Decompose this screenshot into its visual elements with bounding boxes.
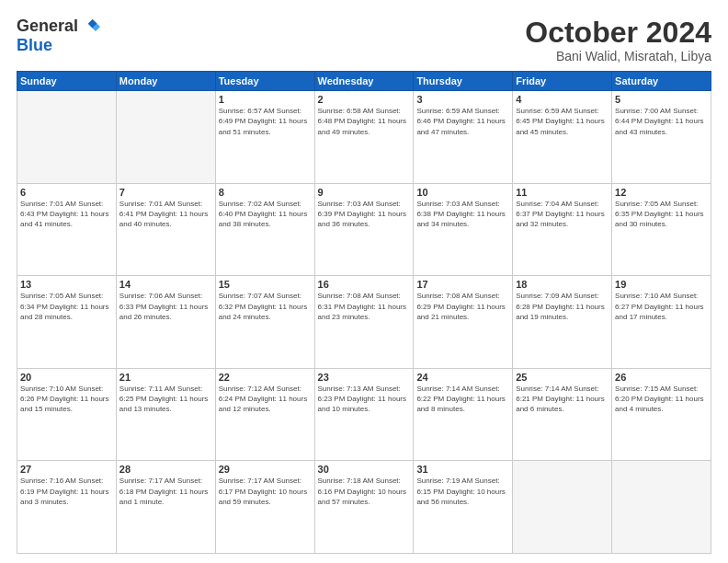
table-row: 9Sunrise: 7:03 AM Sunset: 6:39 PM Daylig… — [314, 183, 414, 276]
day-info: Sunrise: 7:10 AM Sunset: 6:27 PM Dayligh… — [615, 291, 708, 322]
table-row: 3Sunrise: 6:59 AM Sunset: 6:46 PM Daylig… — [414, 91, 513, 184]
table-row: 21Sunrise: 7:11 AM Sunset: 6:25 PM Dayli… — [116, 368, 215, 461]
day-info: Sunrise: 7:05 AM Sunset: 6:34 PM Dayligh… — [20, 291, 113, 322]
day-info: Sunrise: 7:03 AM Sunset: 6:38 PM Dayligh… — [416, 199, 509, 230]
day-info: Sunrise: 7:02 AM Sunset: 6:40 PM Dayligh… — [219, 199, 312, 230]
day-info: Sunrise: 7:01 AM Sunset: 6:41 PM Dayligh… — [119, 199, 212, 230]
day-info: Sunrise: 7:07 AM Sunset: 6:32 PM Dayligh… — [219, 291, 312, 322]
day-number: 11 — [516, 187, 609, 198]
calendar-week-row: 27Sunrise: 7:16 AM Sunset: 6:19 PM Dayli… — [17, 461, 711, 554]
table-row — [513, 461, 612, 554]
day-info: Sunrise: 7:18 AM Sunset: 6:16 PM Dayligh… — [318, 476, 411, 507]
day-info: Sunrise: 7:14 AM Sunset: 6:22 PM Dayligh… — [416, 384, 509, 415]
day-number: 23 — [318, 372, 411, 383]
table-row: 7Sunrise: 7:01 AM Sunset: 6:41 PM Daylig… — [116, 183, 215, 276]
day-info: Sunrise: 7:04 AM Sunset: 6:37 PM Dayligh… — [516, 199, 609, 230]
day-number: 20 — [20, 372, 113, 383]
day-number: 25 — [516, 372, 609, 383]
day-number: 18 — [516, 279, 609, 290]
day-info: Sunrise: 7:00 AM Sunset: 6:44 PM Dayligh… — [615, 106, 708, 137]
table-row: 6Sunrise: 7:01 AM Sunset: 6:43 PM Daylig… — [17, 183, 117, 276]
table-row: 28Sunrise: 7:17 AM Sunset: 6:18 PM Dayli… — [116, 461, 215, 554]
day-info: Sunrise: 7:03 AM Sunset: 6:39 PM Dayligh… — [318, 199, 411, 230]
table-row: 29Sunrise: 7:17 AM Sunset: 6:17 PM Dayli… — [215, 461, 314, 554]
day-number: 17 — [416, 279, 509, 290]
header: General Blue October 2024 Bani Walid, Mi… — [17, 17, 711, 63]
day-info: Sunrise: 7:14 AM Sunset: 6:21 PM Dayligh… — [516, 384, 609, 415]
day-number: 22 — [219, 372, 312, 383]
table-row: 17Sunrise: 7:08 AM Sunset: 6:29 PM Dayli… — [414, 276, 513, 369]
table-row — [612, 461, 711, 554]
location: Bani Walid, Misratah, Libya — [525, 49, 711, 63]
day-info: Sunrise: 6:58 AM Sunset: 6:48 PM Dayligh… — [318, 106, 411, 137]
day-info: Sunrise: 6:57 AM Sunset: 6:49 PM Dayligh… — [219, 106, 312, 137]
table-row: 16Sunrise: 7:08 AM Sunset: 6:31 PM Dayli… — [314, 276, 414, 369]
day-number: 13 — [20, 279, 113, 290]
day-number: 12 — [615, 187, 708, 198]
logo-blue-text: Blue — [17, 36, 52, 55]
day-info: Sunrise: 7:11 AM Sunset: 6:25 PM Dayligh… — [119, 384, 212, 415]
col-monday: Monday — [116, 72, 215, 91]
day-number: 16 — [318, 279, 411, 290]
logo-icon — [82, 17, 100, 36]
table-row: 4Sunrise: 6:59 AM Sunset: 6:45 PM Daylig… — [513, 91, 612, 184]
table-row: 5Sunrise: 7:00 AM Sunset: 6:44 PM Daylig… — [612, 91, 711, 184]
calendar-week-row: 13Sunrise: 7:05 AM Sunset: 6:34 PM Dayli… — [17, 276, 711, 369]
day-info: Sunrise: 7:19 AM Sunset: 6:15 PM Dayligh… — [416, 476, 509, 507]
day-info: Sunrise: 7:06 AM Sunset: 6:33 PM Dayligh… — [119, 291, 212, 322]
table-row: 31Sunrise: 7:19 AM Sunset: 6:15 PM Dayli… — [414, 461, 513, 554]
day-number: 24 — [416, 372, 509, 383]
table-row: 20Sunrise: 7:10 AM Sunset: 6:26 PM Dayli… — [17, 368, 117, 461]
day-number: 14 — [119, 279, 212, 290]
day-info: Sunrise: 7:10 AM Sunset: 6:26 PM Dayligh… — [20, 384, 113, 415]
table-row: 27Sunrise: 7:16 AM Sunset: 6:19 PM Dayli… — [17, 461, 117, 554]
day-info: Sunrise: 6:59 AM Sunset: 6:46 PM Dayligh… — [416, 106, 509, 137]
day-number: 19 — [615, 279, 708, 290]
day-number: 6 — [20, 187, 113, 198]
month-title: October 2024 — [525, 17, 711, 49]
day-number: 2 — [318, 94, 411, 105]
day-number: 7 — [119, 187, 212, 198]
day-number: 9 — [318, 187, 411, 198]
day-number: 26 — [615, 372, 708, 383]
table-row: 10Sunrise: 7:03 AM Sunset: 6:38 PM Dayli… — [414, 183, 513, 276]
day-info: Sunrise: 7:15 AM Sunset: 6:20 PM Dayligh… — [615, 384, 708, 415]
calendar-table: Sunday Monday Tuesday Wednesday Thursday… — [17, 71, 711, 554]
col-thursday: Thursday — [414, 72, 513, 91]
day-info: Sunrise: 7:13 AM Sunset: 6:23 PM Dayligh… — [318, 384, 411, 415]
title-block: October 2024 Bani Walid, Misratah, Libya — [525, 17, 711, 63]
calendar-week-row: 6Sunrise: 7:01 AM Sunset: 6:43 PM Daylig… — [17, 183, 711, 276]
col-wednesday: Wednesday — [314, 72, 414, 91]
day-number: 27 — [20, 464, 113, 475]
table-row: 18Sunrise: 7:09 AM Sunset: 6:28 PM Dayli… — [513, 276, 612, 369]
table-row: 12Sunrise: 7:05 AM Sunset: 6:35 PM Dayli… — [612, 183, 711, 276]
day-info: Sunrise: 7:16 AM Sunset: 6:19 PM Dayligh… — [20, 476, 113, 507]
day-number: 15 — [219, 279, 312, 290]
logo: General Blue — [17, 17, 100, 55]
table-row: 1Sunrise: 6:57 AM Sunset: 6:49 PM Daylig… — [215, 91, 314, 184]
table-row: 26Sunrise: 7:15 AM Sunset: 6:20 PM Dayli… — [612, 368, 711, 461]
day-info: Sunrise: 6:59 AM Sunset: 6:45 PM Dayligh… — [516, 106, 609, 137]
table-row — [116, 91, 215, 184]
table-row: 14Sunrise: 7:06 AM Sunset: 6:33 PM Dayli… — [116, 276, 215, 369]
col-friday: Friday — [513, 72, 612, 91]
day-number: 1 — [219, 94, 312, 105]
table-row: 25Sunrise: 7:14 AM Sunset: 6:21 PM Dayli… — [513, 368, 612, 461]
table-row: 2Sunrise: 6:58 AM Sunset: 6:48 PM Daylig… — [314, 91, 414, 184]
day-info: Sunrise: 7:08 AM Sunset: 6:31 PM Dayligh… — [318, 291, 411, 322]
calendar-week-row: 20Sunrise: 7:10 AM Sunset: 6:26 PM Dayli… — [17, 368, 711, 461]
day-number: 10 — [416, 187, 509, 198]
table-row: 23Sunrise: 7:13 AM Sunset: 6:23 PM Dayli… — [314, 368, 414, 461]
day-info: Sunrise: 7:17 AM Sunset: 6:17 PM Dayligh… — [219, 476, 312, 507]
day-number: 8 — [219, 187, 312, 198]
table-row: 11Sunrise: 7:04 AM Sunset: 6:37 PM Dayli… — [513, 183, 612, 276]
col-tuesday: Tuesday — [215, 72, 314, 91]
col-saturday: Saturday — [612, 72, 711, 91]
day-number: 5 — [615, 94, 708, 105]
page: General Blue October 2024 Bani Walid, Mi… — [0, 0, 728, 563]
table-row: 30Sunrise: 7:18 AM Sunset: 6:16 PM Dayli… — [314, 461, 414, 554]
table-row — [17, 91, 117, 184]
table-row: 22Sunrise: 7:12 AM Sunset: 6:24 PM Dayli… — [215, 368, 314, 461]
day-info: Sunrise: 7:01 AM Sunset: 6:43 PM Dayligh… — [20, 199, 113, 230]
day-number: 29 — [219, 464, 312, 475]
